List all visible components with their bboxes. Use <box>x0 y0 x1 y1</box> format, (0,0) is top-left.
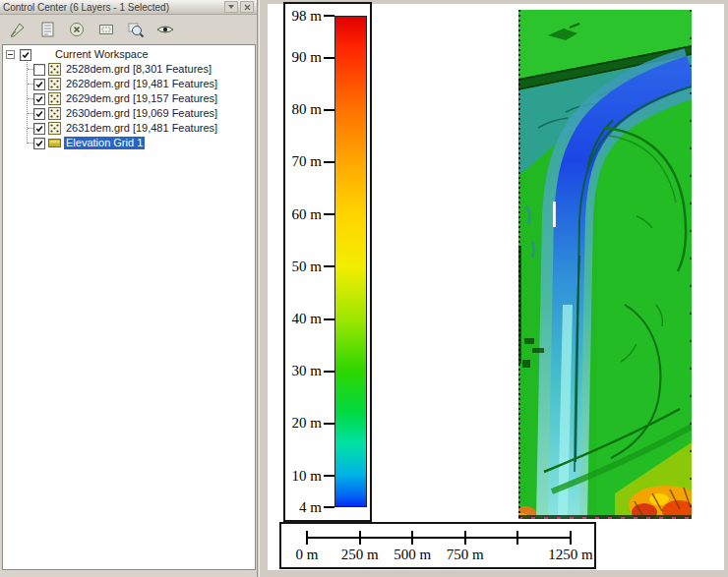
grid-layer-icon <box>48 107 61 120</box>
layer-row[interactable]: 2630dem.grd [19,069 Features] <box>3 106 255 121</box>
elevation-colorbar <box>334 16 367 507</box>
legend-tick-mark <box>324 475 334 477</box>
layer-row[interactable]: 2631dem.grd [19,481 Features] <box>3 121 255 136</box>
legend-tick-label: 60 m <box>285 206 322 223</box>
legend-tick-label: 10 m <box>285 468 322 485</box>
scale-tick-label: 500 m <box>394 547 431 563</box>
panel-title: Control Center (6 Layers - 1 Selected) <box>3 2 222 13</box>
legend-tick-mark <box>324 15 334 17</box>
close-overlay-icon <box>67 20 87 39</box>
layer-row-elevation-grid[interactable]: Elevation Grid 1 <box>3 136 255 150</box>
layer-checkbox[interactable] <box>33 79 45 90</box>
layer-checkbox[interactable] <box>33 123 45 135</box>
dem-map-canvas[interactable] <box>518 10 692 519</box>
legend-tick-row: 90 m <box>285 50 334 66</box>
scale-tick: 0 m <box>306 531 308 545</box>
legend-tick-label: 90 m <box>285 49 322 66</box>
legend-tick-label: 40 m <box>285 311 322 327</box>
layer-checkbox[interactable] <box>33 138 45 149</box>
legend-tick-row: 70 m <box>285 154 334 170</box>
panel-splitter[interactable] <box>259 0 268 577</box>
scale-tick-label: 1250 m <box>548 547 592 563</box>
layer-label[interactable]: 2630dem.grd [19,069 Features] <box>64 107 219 120</box>
layer-row[interactable]: 2628dem.grd [19,481 Features] <box>3 77 255 91</box>
scale-bar: 0 m 250 m 500 m 750 m 1250 m <box>279 522 596 569</box>
scale-tick-label: 250 m <box>341 547 379 563</box>
close-button[interactable] <box>240 1 254 13</box>
toggle-visibility-button[interactable] <box>152 18 177 42</box>
workspace-checkbox[interactable] <box>20 49 31 61</box>
legend-tick-row: 40 m <box>285 312 334 327</box>
layer-metadata-button[interactable] <box>34 18 59 42</box>
tree-row-workspace[interactable]: Current Workspace <box>3 47 255 62</box>
layer-checkbox[interactable] <box>33 64 45 76</box>
layer-row[interactable]: 2528dem.grd [8,301 Features] <box>3 62 255 77</box>
open-files-button[interactable] <box>5 18 30 42</box>
legend-tick-mark <box>324 318 334 320</box>
legend-tick-mark <box>324 265 334 267</box>
eye-icon <box>155 20 175 39</box>
scale-bar-line: 0 m 250 m 500 m 750 m 1250 m <box>307 537 571 539</box>
scale-tick: 250 m <box>359 531 361 545</box>
panel-title-bar[interactable]: Control Center (6 Layers - 1 Selected) <box>0 0 257 15</box>
legend-tick-row: 60 m <box>285 206 334 222</box>
panel-toolbar <box>0 16 258 43</box>
legend-tick-label: 50 m <box>285 259 322 275</box>
legend-tick-label: 98 m <box>285 8 322 25</box>
legend-tick-label: 80 m <box>285 101 322 118</box>
layer-label[interactable]: Elevation Grid 1 <box>64 137 145 149</box>
chevron-down-icon <box>227 4 235 10</box>
check-icon <box>34 123 44 135</box>
scale-tick: 500 m <box>411 531 413 545</box>
legend-tick-row: 80 m <box>285 102 334 118</box>
elevation-grid-icon <box>48 137 61 149</box>
scale-tick-label: 750 m <box>447 547 484 563</box>
collapse-expander[interactable] <box>6 50 15 59</box>
legend-tick-mark <box>324 109 334 111</box>
close-icon <box>244 4 251 11</box>
layer-label[interactable]: 2629dem.grd [19,157 Features] <box>64 92 219 105</box>
scale-tick <box>516 531 518 545</box>
legend-tick-row: 20 m <box>285 416 334 432</box>
layer-label[interactable]: 2631dem.grd [19,481 Features] <box>64 122 219 135</box>
legend-tick-row: 98 m <box>285 8 334 24</box>
legend-tick-label: 20 m <box>285 415 322 432</box>
legend-tick-label: 30 m <box>285 363 322 379</box>
layer-checkbox[interactable] <box>33 93 45 105</box>
layer-row[interactable]: 2629dem.grd [19,157 Features] <box>3 91 255 106</box>
layer-options-button[interactable] <box>93 18 118 42</box>
grid-layer-icon <box>48 78 61 90</box>
scale-tick: 750 m <box>464 531 466 545</box>
check-icon <box>34 93 44 105</box>
legend-tick-mark <box>324 423 334 425</box>
app-window: Control Center (6 Layers - 1 Selected) <box>0 0 728 577</box>
layer-checkbox[interactable] <box>33 108 45 120</box>
check-icon <box>34 138 44 149</box>
grid-layer-icon <box>48 92 61 105</box>
layer-tree: Current Workspace 2528dem.grd [8,301 Fea… <box>2 44 256 570</box>
grid-layer-icon <box>48 122 61 135</box>
legend-tick-mark <box>324 506 334 508</box>
scale-tick: 1250 m <box>570 531 572 545</box>
legend-tick-mark <box>324 213 334 215</box>
layer-label[interactable]: 2528dem.grd [8,301 Features] <box>64 63 213 76</box>
legend-tick-label: 70 m <box>285 153 322 170</box>
legend-tick-mark <box>324 57 334 59</box>
panel-menu-button[interactable] <box>224 1 238 13</box>
check-icon <box>34 79 44 90</box>
layer-options-icon <box>96 20 116 39</box>
legend-tick-row: 30 m <box>285 364 334 379</box>
zoom-to-layer-button[interactable] <box>123 18 148 42</box>
zoom-to-layer-icon <box>126 20 146 39</box>
legend-tick-mark <box>324 161 334 163</box>
control-center-panel: Control Center (6 Layers - 1 Selected) <box>0 0 258 577</box>
legend-tick-label: 4 m <box>285 499 322 516</box>
legend-tick-row: 10 m <box>285 468 334 484</box>
legend-tick-row: 4 m <box>285 499 334 515</box>
layer-label[interactable]: 2628dem.grd [19,481 Features] <box>64 78 219 90</box>
check-icon <box>34 108 44 120</box>
scale-tick-label: 0 m <box>296 547 319 563</box>
workspace-label[interactable]: Current Workspace <box>53 48 151 61</box>
close-overlay-button[interactable] <box>64 18 89 42</box>
elevation-legend: 98 m 90 m 80 m 70 m 60 m 50 m 40 m 30 m … <box>283 2 372 522</box>
